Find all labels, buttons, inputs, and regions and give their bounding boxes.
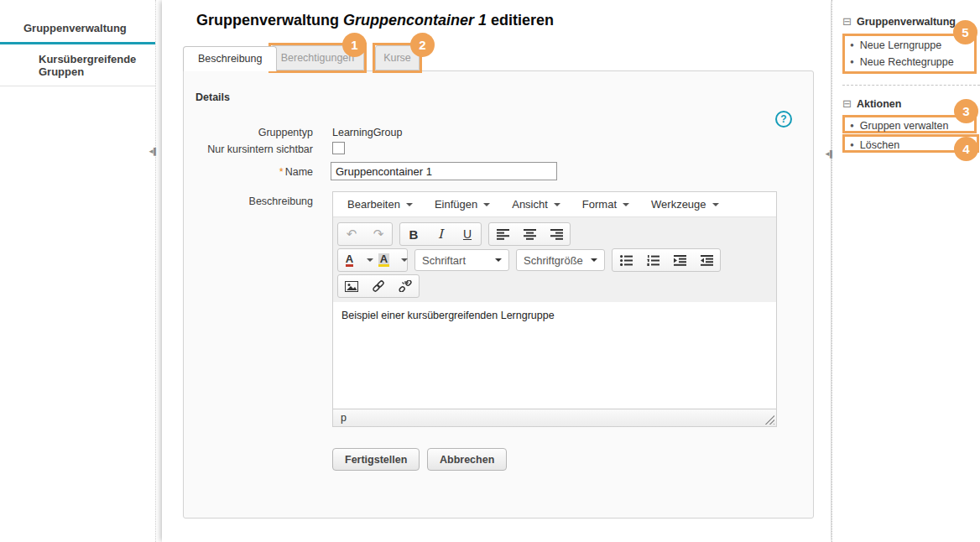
nav-item-kursuebergreifende-gruppen[interactable]: Kursübergreifende Gruppen (0, 44, 155, 86)
section-title: Aktionen (857, 98, 901, 110)
insert-image-icon[interactable] (338, 275, 365, 297)
align-center-icon[interactable] (516, 223, 543, 245)
menu-einfuegen[interactable]: Einfügen (424, 198, 501, 211)
link-label: Gruppen verwalten (860, 120, 949, 132)
bold-icon[interactable]: B (400, 223, 427, 245)
link-label: Löschen (860, 139, 899, 151)
form-panel: Details Gruppentyp LearningGroup Nur kur… (183, 70, 814, 519)
menu-ansicht[interactable]: Ansicht (501, 198, 571, 211)
menu-format[interactable]: Format (571, 198, 640, 211)
panel-collapse-handle-left-icon[interactable] (148, 148, 158, 155)
menu-einfuegen-label: Einfügen (435, 198, 477, 211)
bullet-icon (850, 142, 854, 149)
sidebar-divider (842, 85, 980, 86)
element-path: p (341, 412, 347, 424)
bullet-icon (850, 42, 854, 49)
undo-icon[interactable]: ↶ (338, 223, 365, 245)
chevron-down-icon (712, 203, 719, 206)
bullet-icon (850, 59, 854, 65)
details-section-title: Details (195, 91, 230, 103)
redo-icon[interactable]: ↷ (365, 223, 392, 245)
annotation-badge-2: 2 (410, 33, 435, 57)
chevron-down-icon (495, 258, 502, 262)
gruppentyp-label: Gruppentyp (184, 127, 313, 138)
font-family-select[interactable]: Schriftart (414, 249, 509, 271)
link-gruppen-verwalten[interactable]: Gruppen verwalten (845, 117, 974, 134)
title-prefix: Gruppenverwaltung (196, 12, 339, 29)
italic-icon[interactable]: I (427, 223, 454, 245)
menu-werkzeuge-label: Werkzeuge (651, 198, 706, 211)
font-size-select[interactable]: Schriftgröße (516, 249, 605, 271)
editor-content-area[interactable]: Beispiel einer kursübergreifenden Lerngr… (333, 302, 776, 409)
chevron-down-icon (483, 203, 490, 206)
menu-bearbeiten[interactable]: Bearbeiten (336, 198, 424, 211)
sidebar-section-gruppenverwaltung: Gruppenverwaltung (842, 15, 956, 28)
name-label: *Name (184, 166, 313, 178)
link-label: Neue Lerngruppe (860, 39, 941, 51)
chevron-down-icon (554, 203, 560, 206)
insert-link-icon[interactable] (365, 275, 392, 297)
right-sidebar: Gruppenverwaltung Neue Lerngruppe Neue R… (831, 0, 980, 542)
name-label-text: Name (285, 166, 313, 178)
remove-link-icon[interactable] (392, 275, 419, 297)
text-color-glyph: A (346, 253, 353, 267)
required-marker: * (279, 166, 284, 178)
menu-bearbeiten-label: Bearbeiten (347, 198, 400, 211)
nur-kursintern-checkbox[interactable] (332, 142, 345, 154)
annotation-badge-4: 4 (954, 137, 978, 161)
page-title: Gruppenverwaltung Gruppencontainer 1 edi… (196, 12, 554, 29)
font-family-label: Schriftart (422, 254, 466, 267)
background-color-caret-icon[interactable] (395, 249, 407, 271)
resize-grip-icon[interactable] (764, 414, 774, 425)
nur-kursintern-label: Nur kursintern sichtbar (184, 143, 313, 155)
section-title: Gruppenverwaltung (857, 16, 956, 28)
link-label: Neue Rechtegruppe (860, 56, 954, 68)
chevron-down-icon (591, 258, 597, 262)
bullet-list-icon[interactable] (612, 249, 639, 271)
sidebar-section-aktionen: Aktionen (842, 97, 901, 110)
abbrechen-button[interactable]: Abbrechen (427, 448, 507, 471)
help-icon[interactable] (775, 111, 792, 128)
annotation-badge-5: 5 (953, 20, 977, 44)
collapse-icon[interactable] (842, 15, 852, 28)
chevron-down-icon (623, 203, 629, 206)
numbered-list-icon[interactable] (639, 249, 666, 271)
align-right-icon[interactable] (543, 223, 570, 245)
title-suffix: editieren (491, 12, 554, 29)
background-color-icon[interactable]: A (373, 249, 395, 271)
editor-menubar: Bearbeiten Einfügen Ansicht Format Werkz… (333, 192, 776, 217)
bullet-icon (850, 122, 854, 129)
text-color-icon[interactable]: A (338, 249, 361, 271)
left-navigation: Gruppenverwaltung Kursübergreifende Grup… (0, 0, 156, 542)
annotation-badge-1: 1 (342, 33, 367, 57)
tab-beschreibung[interactable]: Beschreibung (183, 46, 277, 71)
link-neue-rechtegruppe[interactable]: Neue Rechtegruppe (845, 54, 974, 70)
font-size-label: Schriftgröße (524, 254, 583, 267)
title-emphasis: Gruppencontainer 1 (343, 12, 487, 29)
beschreibung-label: Beschreibung (184, 195, 313, 207)
editor-statusbar: p (333, 409, 776, 426)
background-color-glyph: A (378, 253, 389, 267)
collapse-icon[interactable] (842, 97, 852, 110)
name-input[interactable] (331, 162, 557, 180)
align-left-icon[interactable] (489, 223, 516, 245)
fertigstellen-button[interactable]: Fertigstellen (332, 448, 420, 471)
text-color-caret-icon[interactable] (361, 249, 373, 271)
chevron-down-icon (406, 203, 413, 206)
editor-toolbars: ↶ ↷ B I U (333, 217, 776, 302)
indent-more-icon[interactable] (666, 249, 693, 271)
underline-icon[interactable]: U (454, 223, 481, 245)
menu-format-label: Format (582, 198, 617, 211)
menu-ansicht-label: Ansicht (512, 198, 548, 211)
nav-item-gruppenverwaltung[interactable]: Gruppenverwaltung (0, 0, 155, 44)
indent-less-icon[interactable] (693, 249, 720, 271)
gruppentyp-value: LearningGroup (332, 127, 402, 138)
panel-collapse-handle-right-icon[interactable] (824, 150, 834, 158)
annotation-badge-3: 3 (954, 99, 978, 123)
menu-werkzeuge[interactable]: Werkzeuge (640, 198, 730, 211)
richtext-editor: Bearbeiten Einfügen Ansicht Format Werkz… (332, 191, 777, 427)
